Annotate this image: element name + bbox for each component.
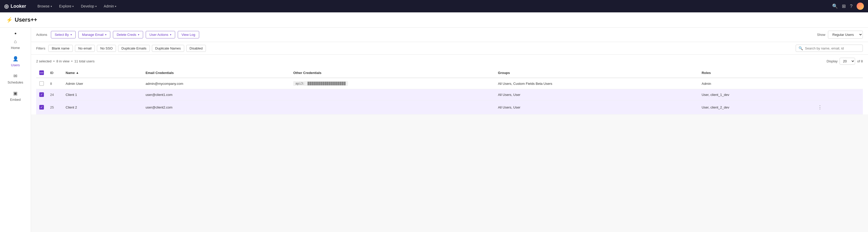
filter-no-email[interactable]: No email	[75, 45, 95, 52]
chevron-down-icon: ▾	[70, 33, 72, 36]
select-by-label: Select By	[55, 33, 69, 37]
select-by-button[interactable]: Select By ▾	[51, 31, 76, 38]
cell-more: ⋮	[812, 100, 863, 114]
header-name[interactable]: Name ▲	[63, 68, 142, 78]
table-row: ✓ 24 Client 1 user@client1.com All Users…	[36, 89, 863, 100]
header-id: ID	[47, 68, 63, 78]
manage-email-button[interactable]: Manage Email ▾	[78, 31, 110, 38]
sidebar-item-embed[interactable]: ▣ Embed	[0, 87, 31, 105]
chevron-down-icon: ▾	[170, 33, 171, 36]
view-log-label: View Log	[182, 33, 195, 37]
header-roles: Roles	[699, 68, 812, 78]
table-meta-text: 2 selected • 8 in view • 11 total users	[36, 59, 95, 63]
cell-groups: All Users, Custom Fields Beta Users	[495, 78, 699, 89]
delete-creds-label: Delete Creds	[117, 33, 136, 37]
search-icon[interactable]: 🔍	[832, 3, 838, 9]
cell-email: admin@mycompany.com	[142, 78, 290, 89]
row-checkbox[interactable]: ✓	[39, 105, 44, 110]
cell-other-creds: api3: ██████████████████	[290, 78, 495, 89]
cell-email: user@client1.com	[142, 89, 290, 100]
cell-other-creds	[290, 89, 495, 100]
logo-text: Looker	[10, 4, 26, 9]
cell-name: Client 2	[63, 100, 142, 114]
filter-duplicate-emails[interactable]: Duplicate Emails	[118, 45, 150, 52]
sidebar-item-label: Embed	[10, 98, 21, 102]
cell-more	[812, 78, 863, 89]
cell-name: Client 1	[63, 89, 142, 100]
show-select[interactable]: Regular Users All Users Disabled Users	[828, 31, 863, 39]
display-select[interactable]: 20 50 100	[840, 58, 855, 65]
filters-bar: Filters Blank name No email No SSO Dupli…	[31, 42, 868, 55]
chevron-down-icon: ▾	[95, 5, 97, 8]
cell-id: 8	[47, 78, 63, 89]
chevron-down-icon: ▾	[51, 5, 52, 8]
actions-bar: Actions Select By ▾ Manage Email ▾ Delet…	[31, 28, 868, 42]
header-checkbox-cell: —	[36, 68, 47, 78]
cell-roles: Admin	[699, 78, 812, 89]
view-log-button[interactable]: View Log	[178, 31, 199, 38]
display-label: Display	[827, 59, 838, 63]
page-header: ⚡ Users++	[0, 12, 868, 28]
chevron-down-icon: ▾	[115, 5, 116, 8]
avatar[interactable]	[857, 3, 864, 10]
cell-id: 24	[47, 89, 63, 100]
filter-no-sso[interactable]: No SSO	[97, 45, 116, 52]
chevron-down-icon: ▾	[105, 33, 106, 36]
nav-item-explore[interactable]: Explore ▾	[56, 3, 77, 10]
sort-asc-icon: ▲	[76, 71, 79, 75]
filter-blank-name[interactable]: Blank name	[48, 45, 73, 52]
table-row: 8 Admin User admin@mycompany.com api3: █…	[36, 78, 863, 89]
cell-more	[812, 89, 863, 100]
cell-groups: All Users, User	[495, 89, 699, 100]
show-label: Show	[817, 33, 826, 37]
header-groups: Groups	[495, 68, 699, 78]
embed-icon: ▣	[13, 90, 18, 96]
manage-email-label: Manage Email	[82, 33, 103, 37]
search-input[interactable]	[805, 46, 860, 50]
table-body: 8 Admin User admin@mycompany.com api3: █…	[36, 78, 863, 114]
check-icon: ✓	[40, 106, 43, 109]
search-box: 🔍	[796, 45, 863, 52]
select-all-checkbox[interactable]: —	[39, 70, 44, 75]
sidebar-item-label: Schedules	[7, 80, 23, 84]
chevron-down-icon: ▾	[138, 33, 139, 36]
nav-item-browse[interactable]: Browse ▾	[34, 3, 55, 10]
sidebar-item-label: Users	[11, 63, 20, 67]
sidebar-item-schedules[interactable]: ✉ Schedules	[0, 70, 31, 87]
content-area: Actions Select By ▾ Manage Email ▾ Delet…	[31, 28, 868, 232]
api-badge: api3: ██████████████████	[293, 81, 348, 86]
cell-roles: User, client_1_dev	[699, 89, 812, 100]
users-table: — ID Name ▲ Email	[36, 68, 863, 114]
user-actions-button[interactable]: User Actions ▾	[146, 31, 175, 38]
cell-name: Admin User	[63, 78, 142, 89]
main-layout: ⌂ Home 👤 Users ✉ Schedules ▣ Embed Actio…	[0, 28, 868, 232]
filter-disabled[interactable]: Disabled	[186, 45, 206, 52]
user-actions-label: User Actions	[150, 33, 168, 37]
delete-creds-button[interactable]: Delete Creds ▾	[113, 31, 143, 38]
row-checkbox[interactable]	[39, 81, 44, 86]
header-actions-col	[812, 68, 863, 78]
filters-label: Filters	[36, 46, 45, 50]
nav-item-develop[interactable]: Develop ▾	[78, 3, 99, 10]
schedules-icon: ✉	[13, 73, 17, 79]
sidebar-item-home[interactable]: ⌂ Home	[0, 36, 31, 53]
filter-duplicate-names[interactable]: Duplicate Names	[152, 45, 184, 52]
table-area: 2 selected • 8 in view • 11 total users …	[31, 55, 868, 114]
row-checkbox[interactable]: ✓	[39, 92, 44, 97]
logo[interactable]: ◎ Looker	[4, 3, 26, 9]
actions-label: Actions	[36, 33, 47, 37]
chevron-down-icon: ▾	[72, 5, 74, 8]
layout-icon[interactable]: ⊞	[842, 3, 846, 9]
nav-right: 🔍 ⊞ ?	[832, 3, 864, 10]
search-icon: 🔍	[799, 46, 803, 50]
nav-left: ◎ Looker Browse ▾ Explore ▾ Develop ▾ Ad…	[4, 3, 119, 10]
sidebar-item-users[interactable]: 👤 Users	[0, 53, 31, 70]
row-more-button[interactable]: ⋮	[815, 103, 824, 111]
of-text: of 8	[857, 59, 863, 63]
help-icon[interactable]: ?	[850, 4, 852, 9]
home-icon: ⌂	[14, 39, 17, 44]
nav-item-admin[interactable]: Admin ▾	[101, 3, 120, 10]
cell-roles: User, client_2_dev	[699, 100, 812, 114]
sidebar-dot	[15, 33, 16, 34]
lightning-icon: ⚡	[6, 17, 13, 23]
